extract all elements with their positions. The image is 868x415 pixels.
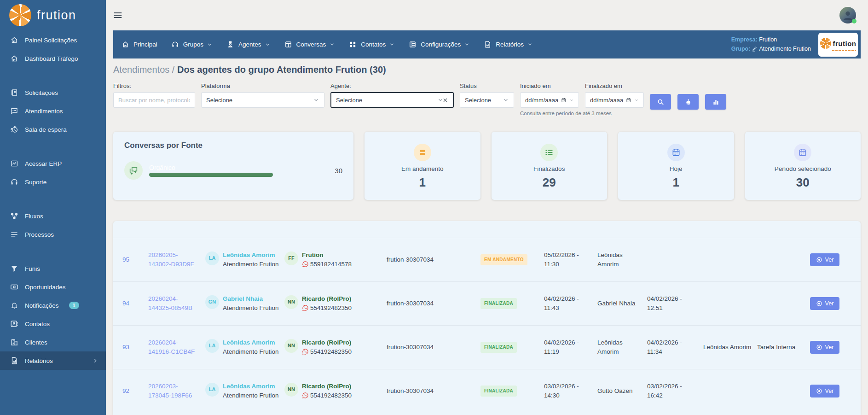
started-at-cell: 04/02/2026 - 11:43 [544, 294, 592, 312]
protocol-link[interactable]: 20260204-141916-C1CB4F [148, 338, 200, 356]
menu-icon[interactable] [113, 11, 122, 20]
sidebar-section-label [0, 244, 106, 259]
agent-group: Atendimento Frution [223, 391, 279, 400]
calendar-icon[interactable] [626, 97, 631, 104]
sidebar-item[interactable]: Funis [0, 259, 106, 278]
contact-name-link[interactable]: Frution [302, 251, 324, 258]
protocol-link[interactable]: 20260203-173045-198F66 [148, 382, 200, 400]
company-label: Empresa: [731, 36, 758, 43]
agent-cell: LA Leônidas Amorim Atendimento Frution [205, 382, 279, 400]
headset-icon [10, 178, 18, 186]
navbar-menu: Principal Grupos Agentes Conversas C [122, 41, 547, 48]
sidebar-section-label [0, 191, 106, 207]
sidebar-item-label: Fluxos [25, 213, 43, 220]
chevron-down-icon [329, 41, 335, 47]
agent-name-link[interactable]: Leônidas Amorim [223, 383, 275, 390]
phone-number: 554192482350 [310, 304, 352, 313]
navbar-item[interactable]: Agentes [226, 41, 271, 48]
source-value: 30 [335, 167, 342, 175]
navbar-item[interactable]: Contatos [349, 41, 395, 48]
origin-cell: frution-30307034 [387, 343, 442, 352]
sidebar-item[interactable]: Fluxos [0, 207, 106, 225]
report-icon [484, 41, 492, 48]
eye-icon [816, 257, 822, 263]
origin-cell: frution-30307034 [387, 386, 442, 396]
brand-logo[interactable]: frution [0, 0, 106, 31]
funnel-icon [10, 264, 18, 273]
sidebar-item[interactable]: Processos [0, 225, 106, 244]
view-button[interactable]: Ver [810, 385, 839, 397]
contact-name-link[interactable]: Ricardo (RolPro) [302, 383, 351, 390]
view-button[interactable]: Ver [810, 253, 839, 266]
protocol-link[interactable]: 20260205-143002-D93D9E [148, 251, 200, 269]
platform-select[interactable]: Selecione [201, 92, 324, 108]
chevron-down-icon [634, 97, 639, 103]
company-value: Frution [759, 36, 777, 43]
start-date-input[interactable]: dd/mm/aaaa [520, 92, 579, 108]
navbar-item[interactable]: Configurações [409, 41, 470, 48]
chevron-down-icon [313, 97, 319, 103]
navbar-item[interactable]: Principal [122, 41, 157, 48]
stat-card-value: 1 [673, 176, 679, 188]
sidebar-nav: Painel Solicitações Dashboard Tráfego So… [0, 31, 106, 370]
row-number-link[interactable]: 93 [122, 343, 143, 352]
table-body: 95 20260205-143002-D93D9E LA Leônidas Am… [113, 238, 861, 413]
sidebar-item-label: Contatos [25, 321, 50, 327]
sidebar-item[interactable]: Relatórios [0, 351, 106, 370]
navbar-brand-box[interactable]: frution [818, 33, 858, 57]
contact-name-link[interactable]: Ricardo (RolPro) [302, 339, 351, 346]
stat-card-value: 30 [796, 176, 810, 188]
qualification-cell: Tarefa Interna [757, 343, 804, 352]
topbar [106, 0, 868, 30]
chevron-down-icon [527, 41, 533, 47]
navbar-item[interactable]: Relatórios [484, 41, 533, 48]
sidebar-item[interactable]: Clientes [0, 333, 106, 351]
contact-name-link[interactable]: Ricardo (RolPro) [302, 295, 351, 302]
agent-avatar: GN [205, 295, 219, 309]
sidebar-item[interactable]: Solicitações [0, 83, 106, 102]
sidebar-item[interactable]: Oportunidades [0, 278, 106, 296]
agent-name-link[interactable]: Leônidas Amorim [223, 339, 275, 346]
sidebar-item[interactable]: Painel Solicitações [0, 31, 106, 49]
clear-icon[interactable] [442, 97, 448, 103]
sidebar-item[interactable]: Contatos [0, 315, 106, 333]
chevron-down-icon [503, 97, 509, 103]
navbar-item[interactable]: Conversas [284, 41, 336, 48]
view-button[interactable]: Ver [810, 341, 839, 354]
home-icon [122, 41, 129, 48]
sidebar-item[interactable]: Atendimentos [0, 102, 106, 120]
agent-name-link[interactable]: Leônidas Amorim [223, 251, 275, 258]
breadcrumb-section[interactable]: Atendimentos / [113, 64, 177, 75]
calendar-icon[interactable] [561, 97, 567, 104]
sidebar-item[interactable]: Dashboard Tráfego [0, 49, 106, 68]
sidebar-item[interactable]: Notificações 1 [0, 296, 106, 315]
protocol-link[interactable]: 20260204-144325-08549B [148, 294, 200, 312]
whatsapp-icon [302, 261, 309, 268]
status-select[interactable]: Selecione [460, 92, 514, 108]
chevron-right-icon [92, 357, 98, 364]
stat-card-value: 29 [543, 176, 556, 188]
chevron-down-icon [265, 41, 271, 47]
clear-filters-button[interactable] [677, 94, 699, 110]
search-input[interactable] [113, 92, 195, 108]
end-date-input[interactable]: dd/mm/aaaa [585, 92, 644, 108]
date-range-hint: Consulta entre período de até 3 meses [520, 111, 579, 116]
agent-avatar: LA [205, 251, 219, 265]
home-icon [10, 36, 18, 44]
pencil-icon[interactable] [752, 46, 758, 52]
user-avatar[interactable] [839, 7, 856, 23]
sidebar-item[interactable]: Suporte [0, 173, 106, 191]
filter-actions [650, 94, 726, 110]
sidebar-item-label: Suporte [25, 179, 46, 186]
view-button[interactable]: Ver [810, 297, 839, 310]
sidebar-item[interactable]: Acessar ERP [0, 154, 106, 173]
row-number-link[interactable]: 92 [122, 386, 143, 396]
agent-name-link[interactable]: Gabriel Nhaia [223, 295, 263, 302]
chart-view-button[interactable] [705, 94, 726, 110]
row-number-link[interactable]: 95 [122, 255, 143, 264]
search-button[interactable] [650, 94, 671, 110]
sidebar-item[interactable]: Sala de espera [0, 120, 106, 139]
row-number-link[interactable]: 94 [122, 299, 143, 308]
agent-select[interactable]: Selecione [330, 92, 454, 108]
navbar-item[interactable]: Grupos [171, 41, 213, 48]
